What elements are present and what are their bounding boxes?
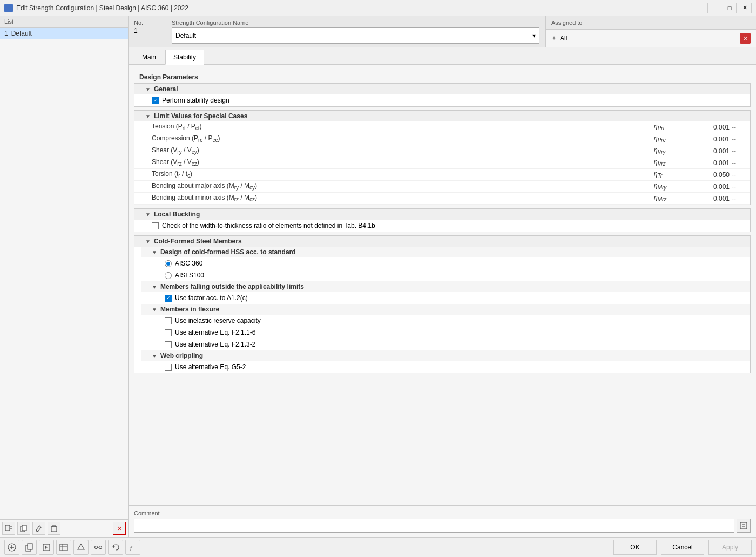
maximize-button[interactable]: □: [723, 3, 737, 13]
sidebar-header: List: [0, 16, 128, 28]
alt-eq-f211-row: Use alternative Eq. F2.1.1-6: [141, 327, 750, 338]
toolbar-nodes-button[interactable]: [73, 540, 89, 555]
hss-header[interactable]: ▼ Design of cold-formed HSS acc. to stan…: [141, 247, 750, 257]
aisi-s100-radio[interactable]: [165, 272, 172, 279]
remove-config-button[interactable]: ✕: [113, 522, 126, 535]
torsion-unit: --: [730, 171, 746, 179]
torsion-value: 0.050: [697, 171, 730, 179]
inelastic-label: Use inelastic reserve capacity: [175, 317, 261, 324]
shear-vrz-value: 0.001: [697, 159, 730, 167]
bending-minor-unit: --: [730, 195, 746, 202]
copy-config-button[interactable]: [17, 522, 30, 535]
svg-marker-23: [78, 544, 84, 549]
limit-values-section: ▼ Limit Values for Special Cases Tension…: [134, 110, 751, 205]
comment-browse-button[interactable]: [737, 519, 751, 533]
perform-stability-checkbox[interactable]: ✓: [152, 97, 159, 104]
width-thickness-label: Check of the width-to-thickness ratio of…: [162, 222, 375, 229]
flexure-header[interactable]: ▼ Members in flexure: [141, 304, 750, 315]
factor-a12c-checkbox[interactable]: ✓: [165, 295, 172, 302]
apply-button[interactable]: Apply: [708, 540, 752, 555]
comment-input-row: [134, 519, 751, 533]
new-config-button[interactable]: [2, 522, 15, 535]
cold-formed-header[interactable]: ▼ Cold-Formed Steel Members: [134, 236, 750, 247]
aisc360-row: AISC 360: [141, 257, 750, 269]
torsion-row: Torsion (tr / tc) ηTr 0.050 --: [134, 169, 750, 181]
bending-major-unit: --: [730, 183, 746, 191]
cancel-button[interactable]: Cancel: [661, 540, 704, 555]
hss-label: Design of cold-formed HSS acc. to standa…: [160, 248, 296, 256]
general-section: ▼ General ✓ Perform stability design: [134, 83, 751, 107]
general-header[interactable]: ▼ General: [134, 84, 750, 94]
width-thickness-checkbox[interactable]: [152, 222, 159, 229]
sidebar-footer: ✕: [0, 519, 128, 537]
web-crippling-expand-icon: ▼: [152, 353, 157, 359]
tab-main[interactable]: Main: [134, 50, 164, 64]
shear-vry-row: Shear (Vry / Vcy) ηVry 0.001 --: [134, 145, 750, 157]
alt-eq-f213-label: Use alternative Eq. F2.1.3-2: [175, 341, 255, 348]
torsion-symbol: ηTr: [654, 170, 697, 179]
shear-vry-unit: --: [730, 147, 746, 155]
scroll-content: Design Parameters ▼ General ✓ Perform st…: [129, 65, 756, 505]
inelastic-checkbox[interactable]: [165, 317, 172, 324]
assigned-content: ✦ All ✕: [546, 30, 756, 47]
cold-formed-expand-icon: ▼: [145, 239, 151, 244]
aisc360-radio[interactable]: [165, 260, 172, 267]
compression-symbol: ηPrc: [654, 134, 697, 143]
toolbar-undo-button[interactable]: [108, 540, 123, 555]
name-dropdown-value: Default: [176, 32, 196, 39]
alt-eq-g5-checkbox[interactable]: [165, 364, 172, 371]
toolbar-formula-button[interactable]: ƒ: [125, 540, 140, 555]
sidebar-item-num: 1: [4, 30, 8, 37]
tab-stability[interactable]: Stability: [165, 50, 204, 65]
width-thickness-row: Check of the width-to-thickness ratio of…: [134, 220, 750, 232]
aisc360-label: AISC 360: [175, 260, 202, 267]
close-button[interactable]: ✕: [738, 3, 752, 13]
toolbar-table-button[interactable]: [56, 540, 71, 555]
bending-major-label: Bending about major axis (Mry / Mcy): [152, 182, 654, 191]
web-crippling-header[interactable]: ▼ Web crippling: [141, 350, 750, 361]
toolbar-new-button[interactable]: [4, 540, 19, 555]
svg-point-25: [99, 546, 102, 549]
toolbar-copy-button[interactable]: [22, 540, 37, 555]
dropdown-arrow-icon: ▾: [532, 32, 536, 39]
comment-input[interactable]: [134, 519, 734, 533]
minimize-button[interactable]: –: [707, 3, 721, 13]
local-buckling-section: ▼ Local Buckling Check of the width-to-t…: [134, 208, 751, 232]
bending-major-symbol: ηMry: [654, 182, 697, 191]
local-buckling-label: Local Buckling: [154, 210, 200, 218]
hss-section: ▼ Design of cold-formed HSS acc. to stan…: [141, 247, 750, 281]
toolbar-members-button[interactable]: [91, 540, 106, 555]
delete-config-button[interactable]: [48, 522, 60, 535]
assigned-section: Assigned to ✦ All ✕: [545, 16, 756, 47]
local-buckling-header[interactable]: ▼ Local Buckling: [134, 209, 750, 220]
name-dropdown[interactable]: Default ▾: [172, 27, 539, 44]
sidebar-list: 1 Default: [0, 28, 128, 519]
applicability-header[interactable]: ▼ Members falling outside the applicabil…: [141, 281, 750, 292]
limit-values-expand-icon: ▼: [145, 113, 151, 119]
sidebar-item-default[interactable]: 1 Default: [0, 28, 128, 39]
sidebar: List 1 Default: [0, 16, 129, 537]
ok-button[interactable]: OK: [613, 540, 657, 555]
svg-rect-18: [28, 544, 32, 549]
tension-row: Tension (Prt / Pct) ηPrt 0.001 --: [134, 121, 750, 133]
alt-eq-f211-checkbox[interactable]: [165, 329, 172, 336]
shear-vrz-label: Shear (Vrz / Vcz): [152, 158, 654, 167]
toolbar-select-button[interactable]: [39, 540, 54, 555]
bottom-toolbar: ƒ OK Cancel Apply: [0, 537, 756, 557]
rename-config-button[interactable]: [32, 522, 45, 535]
web-crippling-label: Web crippling: [160, 352, 203, 359]
torsion-label: Torsion (tr / tc): [152, 170, 654, 179]
compression-unit: --: [730, 135, 746, 143]
clear-assigned-button[interactable]: ✕: [740, 33, 751, 44]
shear-vrz-row: Shear (Vrz / Vcz) ηVrz 0.001 --: [134, 157, 750, 169]
window-title: Edit Strength Configuration | Steel Desi…: [16, 4, 188, 12]
alt-eq-f213-row: Use alternative Eq. F2.1.3-2: [141, 338, 750, 350]
limit-values-header[interactable]: ▼ Limit Values for Special Cases: [134, 111, 750, 121]
comment-label: Comment: [134, 510, 751, 517]
svg-rect-6: [51, 527, 57, 532]
alt-eq-f213-checkbox[interactable]: [165, 341, 172, 348]
no-label: No.: [134, 19, 161, 26]
alt-eq-g5-row: Use alternative Eq. G5-2: [141, 361, 750, 373]
bending-major-row: Bending about major axis (Mry / Mcy) ηMr…: [134, 181, 750, 193]
inelastic-row: Use inelastic reserve capacity: [141, 315, 750, 327]
